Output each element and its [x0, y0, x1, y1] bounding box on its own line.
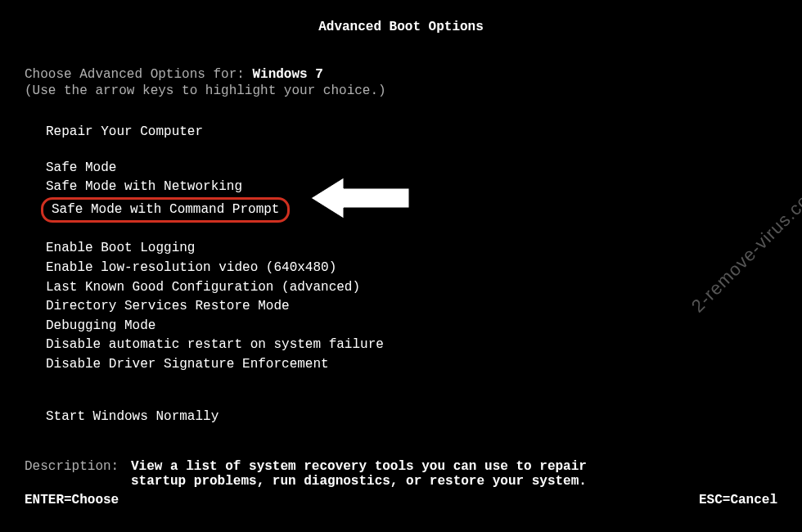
page-title: Advanced Boot Options: [25, 20, 777, 34]
description-text: View a list of system recovery tools you…: [131, 459, 589, 489]
instruction-hint: (Use the arrow keys to highlight your ch…: [25, 83, 777, 98]
os-name: Windows 7: [252, 67, 322, 82]
menu-item-lkgc[interactable]: Last Known Good Configuration (advanced): [41, 278, 365, 298]
menu-item-low-res[interactable]: Enable low-resolution video (640x480): [41, 259, 341, 278]
boot-options-screen: Advanced Boot Options Choose Advanced Op…: [0, 0, 802, 532]
description-label: Description:: [25, 459, 131, 489]
description-block: Description: View a list of system recov…: [25, 459, 777, 489]
instruction-line: Choose Advanced Options for: Windows 7: [25, 67, 777, 82]
boot-menu: Repair Your Computer Safe Mode Safe Mode…: [41, 123, 777, 426]
menu-item-boot-logging[interactable]: Enable Boot Logging: [41, 239, 200, 259]
menu-item-debugging[interactable]: Debugging Mode: [41, 317, 160, 336]
footer-bar: ENTER=Choose ESC=Cancel: [25, 493, 777, 512]
menu-item-disable-restart[interactable]: Disable automatic restart on system fail…: [41, 336, 389, 355]
menu-item-safemode-cmd[interactable]: Safe Mode with Command Prompt: [41, 197, 290, 223]
menu-item-repair[interactable]: Repair Your Computer: [41, 123, 208, 142]
menu-item-safemode[interactable]: Safe Mode: [41, 159, 121, 178]
menu-item-disable-sig[interactable]: Disable Driver Signature Enforcement: [41, 355, 334, 375]
menu-item-start-normal[interactable]: Start Windows Normally: [41, 408, 223, 427]
footer-enter: ENTER=Choose: [25, 493, 119, 507]
instruction-prefix: Choose Advanced Options for:: [25, 67, 252, 82]
menu-item-safemode-networking[interactable]: Safe Mode with Networking: [41, 178, 247, 197]
menu-item-dsrm[interactable]: Directory Services Restore Mode: [41, 297, 295, 317]
footer-esc: ESC=Cancel: [699, 493, 777, 507]
